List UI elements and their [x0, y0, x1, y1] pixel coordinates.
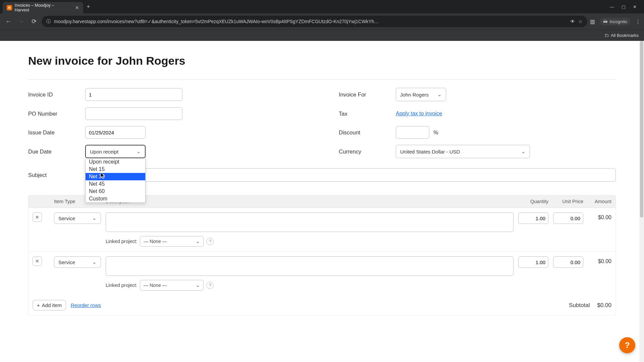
all-bookmarks-label: All Bookmarks — [611, 33, 639, 38]
remove-item-button[interactable]: ✕ — [33, 256, 42, 266]
tab-bar: H Invoices – Moodjoy – Harvest ✕ + — ▢ ✕ — [0, 0, 644, 13]
page-content: New invoice for John Rogers Invoice ID I… — [0, 41, 644, 329]
item-type-select[interactable]: Service ⌄ — [54, 213, 101, 224]
divider — [28, 79, 616, 80]
url-text: moodjoy.harvestapp.com/invoices/new?utf8… — [54, 19, 567, 24]
menu-icon[interactable]: ⋮ — [635, 18, 641, 25]
item-amount: $0.00 — [588, 256, 611, 264]
address-bar: ← → ⟳ ⓘ moodjoy.harvestapp.com/invoices/… — [0, 13, 644, 29]
due-date-option[interactable]: Net 15 — [86, 166, 145, 173]
items-footer: + Add item Reorder rows Subtotal $0.00 — [28, 295, 616, 315]
discount-input[interactable] — [396, 126, 429, 139]
col-quantity: Quantity — [518, 199, 548, 204]
linked-project-row: Linked project: — None — ⌄ ? — [106, 236, 611, 247]
item-description-input[interactable] — [106, 256, 514, 276]
favicon-icon: H — [7, 5, 12, 10]
chevron-down-icon: ⌄ — [437, 92, 442, 98]
issue-date-input[interactable] — [85, 126, 146, 139]
scrollbar-thumb[interactable] — [640, 41, 643, 218]
line-item-row: ✕ Service ⌄ $0.00 Linked project: — None… — [28, 252, 616, 295]
po-number-input[interactable] — [85, 107, 182, 120]
linked-project-select[interactable]: — None — ⌄ — [140, 236, 204, 247]
browser-chrome: H Invoices – Moodjoy – Harvest ✕ + — ▢ ✕… — [0, 0, 644, 41]
line-items: Item Type Description Quantity Unit Pric… — [28, 195, 616, 315]
plus-icon: + — [37, 302, 40, 308]
item-amount: $0.00 — [588, 213, 611, 221]
item-price-input[interactable] — [553, 256, 583, 268]
apply-tax-link[interactable]: Apply tax to invoice — [396, 111, 442, 116]
subject-input[interactable] — [85, 168, 616, 182]
item-type-value: Service — [58, 216, 75, 221]
help-icon[interactable]: ? — [206, 282, 214, 289]
discount-unit: % — [433, 130, 438, 135]
subject-label: Subject — [28, 172, 82, 178]
all-bookmarks-button[interactable]: 🗀 All Bookmarks — [604, 33, 639, 38]
due-date-option[interactable]: Net 60 — [86, 188, 145, 195]
invoice-form: Invoice ID Invoice For John Rogers ⌄ PO … — [28, 88, 616, 158]
item-quantity-input[interactable] — [518, 256, 548, 268]
linked-project-label: Linked project: — [106, 283, 137, 288]
incognito-label: Incognito — [609, 19, 627, 24]
add-item-label: Add item — [42, 302, 62, 308]
page-title: New invoice for John Rogers — [28, 54, 616, 67]
tab-title: Invoices – Moodjoy – Harvest — [15, 3, 69, 12]
tax-label: Tax — [339, 111, 392, 117]
currency-value: United States Dollar - USD — [400, 149, 460, 155]
due-date-option[interactable]: Net 30 — [86, 173, 145, 180]
col-amount: Amount — [588, 199, 611, 204]
side-panel-icon[interactable]: ▥ — [590, 18, 595, 25]
minimize-icon[interactable]: — — [610, 4, 614, 9]
subtotal-value: $0.00 — [597, 302, 611, 309]
browser-tab[interactable]: H Invoices – Moodjoy – Harvest ✕ — [3, 2, 83, 13]
window-controls: — ▢ ✕ — [610, 4, 641, 9]
remove-item-button[interactable]: ✕ — [33, 213, 42, 222]
col-unit-price: Unit Price — [553, 199, 583, 204]
maximize-icon[interactable]: ▢ — [622, 4, 626, 9]
invoice-id-input[interactable] — [85, 88, 182, 101]
due-date-option[interactable]: Custom — [86, 195, 145, 202]
due-date-select[interactable]: Upon receipt ⌄ — [85, 145, 146, 158]
vertical-scrollbar[interactable] — [639, 41, 644, 329]
due-date-option[interactable]: Upon receipt — [86, 158, 145, 166]
item-type-select[interactable]: Service ⌄ — [54, 256, 101, 268]
bookmarks-bar: 🗀 All Bookmarks — [0, 29, 644, 41]
site-info-icon[interactable]: ⓘ — [46, 18, 51, 24]
item-price-input[interactable] — [553, 213, 583, 224]
due-date-label: Due Date — [28, 148, 82, 155]
tab-close-icon[interactable]: ✕ — [75, 5, 79, 10]
new-tab-button[interactable]: + — [87, 3, 90, 10]
item-type-value: Service — [58, 259, 75, 265]
linked-project-select[interactable]: — None — ⌄ — [140, 280, 204, 291]
invoice-id-label: Invoice ID — [28, 92, 82, 98]
chevron-down-icon: ⌄ — [196, 239, 200, 244]
linked-project-value: — None — — [144, 283, 167, 288]
due-date-option[interactable]: Net 45 — [86, 180, 145, 188]
forward-button: → — [16, 18, 26, 25]
back-button[interactable]: ← — [3, 18, 13, 25]
help-icon[interactable]: ? — [206, 238, 214, 245]
po-number-label: PO Number — [28, 111, 82, 117]
currency-select[interactable]: United States Dollar - USD ⌄ — [396, 145, 530, 158]
reorder-rows-link[interactable]: Reorder rows — [71, 302, 101, 308]
due-date-selected: Upon receipt — [90, 149, 118, 155]
eye-off-icon[interactable]: 👁 — [570, 19, 575, 24]
invoice-for-select[interactable]: John Rogers ⌄ — [396, 88, 446, 101]
subtotal-label: Subtotal — [569, 302, 590, 309]
chevron-down-icon: ⌄ — [521, 148, 526, 155]
chevron-down-icon: ⌄ — [196, 283, 200, 288]
add-item-button[interactable]: + Add item — [33, 300, 66, 310]
due-date-dropdown: Upon receipt Net 15 Net 30 Net 45 Net 60… — [85, 158, 146, 203]
incognito-badge[interactable]: 🕶 Incognito — [600, 18, 631, 25]
issue-date-label: Issue Date — [28, 129, 82, 136]
linked-project-row: Linked project: — None — ⌄ ? — [106, 280, 611, 291]
bookmark-star-icon[interactable]: ☆ — [578, 19, 583, 24]
reload-button[interactable]: ⟳ — [29, 18, 39, 25]
linked-project-value: — None — — [144, 239, 167, 244]
close-window-icon[interactable]: ✕ — [633, 4, 637, 9]
item-description-input[interactable] — [106, 213, 514, 232]
invoice-for-value: John Rogers — [400, 92, 429, 98]
discount-label: Discount — [339, 129, 392, 136]
invoice-for-label: Invoice For — [339, 92, 392, 98]
url-field[interactable]: ⓘ moodjoy.harvestapp.com/invoices/new?ut… — [42, 16, 587, 27]
item-quantity-input[interactable] — [518, 213, 548, 224]
